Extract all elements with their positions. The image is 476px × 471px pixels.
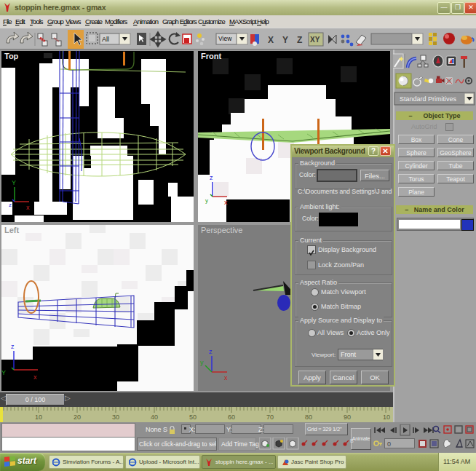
- svg-text:y: y: [200, 359, 204, 366]
- svg-text:z: z: [9, 202, 12, 208]
- svg-text:70: 70: [266, 413, 274, 421]
- svg-text:40: 40: [151, 413, 158, 421]
- svg-text:View: View: [218, 35, 232, 42]
- svg-text:20: 20: [74, 413, 81, 421]
- svg-text:Y: Y: [1, 369, 6, 376]
- svg-text:XY: XY: [310, 36, 320, 44]
- svg-text:10: 10: [35, 413, 42, 421]
- svg-text:x: x: [33, 373, 37, 381]
- svg-text:Z: Z: [297, 35, 302, 45]
- svg-text:80: 80: [305, 413, 312, 421]
- svg-text:30: 30: [112, 413, 119, 421]
- svg-text:x: x: [224, 374, 228, 381]
- svg-text:z: z: [11, 343, 15, 350]
- svg-text:60: 60: [228, 413, 235, 421]
- svg-text:All: All: [102, 36, 109, 43]
- svg-text:X: X: [268, 35, 274, 45]
- svg-text:10: 10: [383, 413, 390, 421]
- svg-text:z: z: [210, 174, 213, 181]
- svg-text:y: y: [205, 197, 208, 204]
- svg-text:Y: Y: [12, 179, 16, 186]
- svg-text:50: 50: [189, 413, 197, 421]
- svg-text:Y: Y: [282, 35, 288, 45]
- svg-text:x: x: [224, 199, 228, 206]
- svg-text:x: x: [26, 204, 30, 211]
- svg-text:z: z: [209, 348, 213, 355]
- svg-text:B: B: [350, 438, 354, 443]
- svg-text:90: 90: [344, 413, 351, 421]
